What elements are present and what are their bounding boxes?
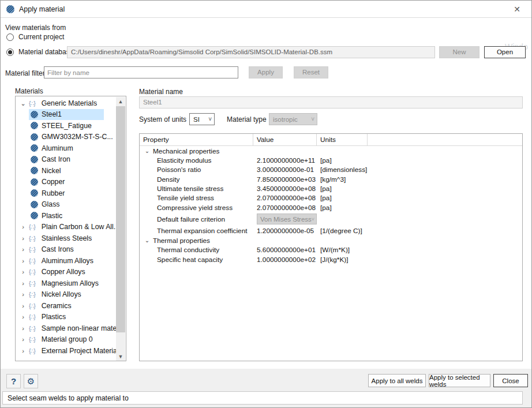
tree-item-label: Plastics [42, 313, 66, 321]
property-row[interactable]: Density7.8500000000e+03[kg/m^3] [140, 175, 522, 184]
help-button[interactable]: ? [6, 374, 21, 388]
tree-item-group[interactable]: ›{∴}Aluminum Alloys [16, 255, 115, 267]
view-materials-from-label: View materials from [5, 24, 66, 32]
chevron-right-icon[interactable]: › [19, 302, 27, 310]
open-button[interactable]: Open [484, 46, 526, 58]
apply-to-selected-welds-button[interactable]: Apply to selected welds [429, 374, 490, 387]
tree-item-material[interactable]: GMW3032M-ST-S-C... [16, 132, 115, 143]
radio-current-project-label: Current project [18, 33, 64, 41]
chevron-down-icon[interactable]: ⌄ [19, 99, 27, 107]
property-name: Tensile yield stress [140, 194, 253, 202]
material-group-icon: {∴} [29, 280, 35, 287]
chevron-right-icon[interactable]: › [19, 223, 27, 231]
chevron-right-icon[interactable]: › [19, 279, 27, 287]
property-value: 1.0000000000e+02 [253, 256, 317, 264]
property-name: Thermal expansion coefficient [140, 227, 253, 235]
chevron-right-icon[interactable]: › [19, 257, 27, 265]
property-row[interactable]: Elasticity modulus2.1000000000e+11[pa] [140, 156, 522, 165]
radio-selected-icon[interactable] [6, 48, 14, 56]
materials-label: Materials [15, 87, 43, 95]
chevron-right-icon[interactable]: › [19, 290, 27, 298]
chevron-right-icon[interactable]: › [19, 234, 27, 242]
tree-item-group[interactable]: ›{∴}External Project Materials [16, 345, 115, 357]
tree-item-label: Cast Irons [42, 245, 74, 253]
property-row[interactable]: Thermal conductivity5.6000000000e+01[W/(… [140, 245, 522, 254]
property-name: Poisson's ratio [140, 166, 253, 174]
tree-item-group[interactable]: ⌄{∴}Generic Materials [16, 98, 115, 109]
tree-item-group[interactable]: ›{∴}Copper Alloys [16, 267, 115, 278]
column-header-property[interactable]: Property [140, 134, 253, 145]
new-button[interactable]: New [439, 46, 479, 58]
property-row[interactable]: Poisson's ratio3.0000000000e-01[dimensio… [140, 165, 522, 174]
tree-item-material[interactable]: Rubber [16, 188, 115, 199]
material-icon [31, 111, 38, 118]
tree-item-material[interactable]: Cast Iron [16, 154, 115, 166]
tree-item-material[interactable]: Plastic [16, 210, 115, 222]
column-header-value[interactable]: Value [253, 134, 317, 145]
tree-item-material[interactable]: Nickel [16, 165, 115, 177]
tree-item-group[interactable]: ›{∴}Magnesium Alloys [16, 278, 115, 289]
material-filter-input[interactable] [44, 66, 238, 78]
tree-item-group[interactable]: ›{∴}Nickel Alloys [16, 289, 115, 301]
property-table[interactable]: Property Value Units ⌄Mechanical propert… [139, 133, 523, 361]
material-group-icon: {∴} [29, 336, 35, 343]
filter-reset-button[interactable]: Reset [294, 66, 328, 78]
filter-apply-button[interactable]: Apply [249, 66, 283, 78]
material-group-icon: {∴} [29, 100, 35, 107]
chevron-down-icon[interactable]: ⌄ [143, 148, 151, 154]
tree-item-group[interactable]: ›{∴}Ceramics [16, 300, 115, 312]
property-row[interactable]: ⌄Thermal properties [140, 235, 522, 245]
tree-scrollbar[interactable]: ▲ ▼ [116, 97, 125, 361]
tree-item-group[interactable]: ›{∴}Stainless Steels [16, 233, 115, 244]
tree-item-material[interactable]: Copper [16, 177, 115, 188]
tree-item-label: Plain Carbon & Low All... [42, 223, 119, 231]
chevron-right-icon[interactable]: › [19, 324, 27, 332]
material-group-icon: {∴} [29, 257, 35, 264]
radio-material-database[interactable]: Material database [6, 48, 73, 56]
tree-item-material[interactable]: Steel1 [16, 109, 115, 121]
chevron-right-icon[interactable]: › [19, 313, 27, 321]
settings-button[interactable]: ⚙ [24, 374, 38, 388]
column-header-units[interactable]: Units [317, 134, 368, 145]
close-button[interactable]: Close [493, 374, 528, 387]
property-row[interactable]: Compressive yield stress2.0700000000e+08… [140, 203, 522, 212]
apply-to-all-welds-button[interactable]: Apply to all welds [368, 374, 426, 387]
property-row[interactable]: ⌄Mechanical properties [140, 146, 522, 156]
chevron-right-icon[interactable]: › [19, 335, 27, 343]
database-path-field[interactable]: C:/Users/dineshr/AppData/Roaming/Simsoli… [67, 46, 435, 58]
tree-item-label: Rubber [42, 189, 65, 197]
system-of-units-select[interactable]: SI ˅ [189, 113, 215, 125]
property-group-label: Mechanical properties [153, 147, 219, 155]
radio-icon[interactable] [6, 33, 14, 41]
tree-item-material[interactable]: STEEL_Fatigue [16, 120, 115, 132]
property-row[interactable]: Ultimate tensile stress3.4500000000e+08[… [140, 184, 522, 193]
chevron-right-icon[interactable]: › [19, 347, 27, 355]
property-name: Density [140, 175, 253, 184]
tree-item-group[interactable]: ›{∴}Cast Irons [16, 244, 115, 256]
materials-tree[interactable]: ⌄{∴}Generic MaterialsSteel1STEEL_Fatigue… [15, 96, 126, 361]
failure-criterion-select[interactable]: Von Mises Stress˅ [257, 214, 317, 224]
tree-item-material[interactable]: Glass [16, 199, 115, 211]
material-type-select[interactable]: isotropic ˅ [269, 113, 317, 125]
tree-item-material[interactable]: Aluminum [16, 143, 115, 154]
tree-item-group[interactable]: ›{∴}Plastics [16, 312, 115, 323]
chevron-right-icon[interactable]: › [19, 268, 27, 276]
property-row[interactable]: Specific heat capacity1.0000000000e+02[J… [140, 254, 522, 264]
chevron-right-icon[interactable]: › [19, 245, 27, 253]
radio-current-project[interactable]: Current project [6, 33, 64, 41]
scroll-down-icon[interactable]: ▼ [116, 352, 125, 361]
material-icon [31, 189, 38, 197]
material-group-icon: {∴} [29, 347, 35, 354]
property-row[interactable]: Tensile yield stress2.0700000000e+08[pa] [140, 193, 522, 203]
scrollbar-thumb[interactable] [116, 106, 125, 332]
chevron-down-icon[interactable]: ⌄ [143, 237, 151, 244]
tree-item-group[interactable]: ›{∴}Plain Carbon & Low All... [16, 222, 115, 233]
property-row[interactable]: Default failure criterionVon Mises Stres… [140, 212, 522, 226]
property-units: [W/(m*K)] [317, 246, 368, 254]
tree-item-label: Cast Iron [42, 155, 70, 163]
close-icon[interactable]: ✕ [508, 1, 526, 17]
tree-item-group[interactable]: ›{∴}Sample non-linear mate... [16, 323, 115, 334]
tree-item-group[interactable]: ›{∴}Material group 0 [16, 334, 115, 346]
scroll-up-icon[interactable]: ▲ [116, 97, 125, 106]
property-row[interactable]: Thermal expansion coefficient1.200000000… [140, 226, 522, 235]
